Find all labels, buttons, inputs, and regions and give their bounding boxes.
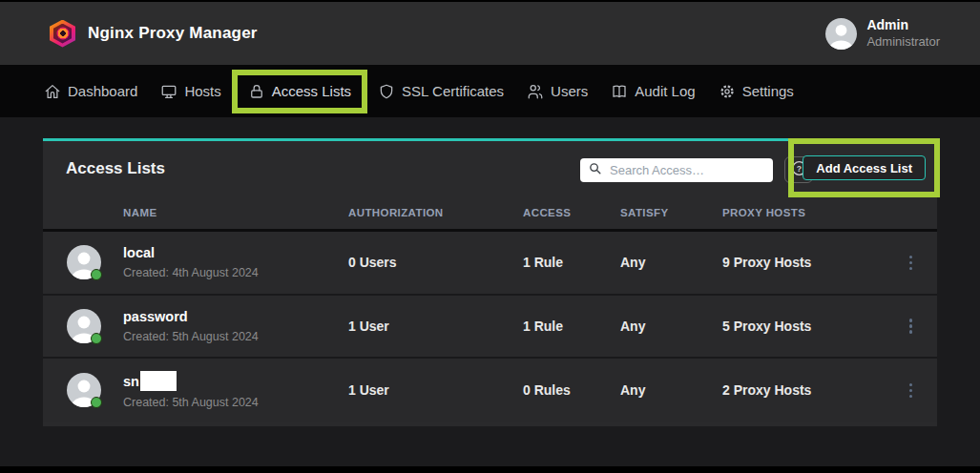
row-name: sn — [123, 374, 139, 389]
row-proxy-hosts: 9 Proxy Hosts — [722, 255, 885, 270]
row-authorization: 1 User — [348, 382, 523, 398]
table-body: local Created: 4th August 2024 0 Users 1… — [43, 232, 937, 422]
table-row: local Created: 4th August 2024 0 Users 1… — [43, 232, 937, 296]
user-role: Administrator — [866, 34, 940, 50]
row-proxy-hosts: 2 Proxy Hosts — [722, 382, 885, 398]
nginx-proxy-manager-app: Nginx Proxy Manager Admin Administrator … — [0, 0, 980, 473]
row-avatar-cell — [43, 309, 123, 343]
row-access: 1 Rule — [523, 319, 620, 334]
online-status-dot — [91, 397, 102, 408]
avatar — [67, 373, 101, 407]
avatar — [67, 245, 101, 279]
row-menu-kebab-icon[interactable] — [906, 315, 917, 338]
row-satisfy: Any — [620, 319, 722, 334]
panel-header: Access Lists ? Add Access List — [43, 141, 937, 195]
users-icon — [527, 83, 544, 100]
shield-icon — [378, 83, 395, 100]
row-menu-kebab-icon[interactable] — [906, 252, 917, 275]
row-proxy-hosts: 5 Proxy Hosts — [722, 319, 885, 334]
app-title: Nginx Proxy Manager — [88, 24, 258, 43]
nav-item-dashboard[interactable]: Dashboard — [44, 83, 137, 100]
lock-icon — [248, 83, 265, 100]
nav-item-access-lists[interactable]: Access Lists — [248, 83, 351, 100]
row-name: local — [123, 245, 155, 260]
table-row: sn Created: 5th August 2024 1 User 0 Rul… — [43, 359, 937, 422]
row-authorization: 0 Users — [348, 255, 523, 270]
search-input[interactable] — [610, 163, 765, 177]
user-name: Admin — [866, 17, 940, 34]
annotation-highlight-access-lists: Access Lists — [232, 70, 367, 113]
row-actions-cell — [885, 380, 937, 402]
col-header-satisfy: SATISFY — [620, 207, 722, 218]
main-nav: Dashboard Hosts Access Lists SSL Certifi… — [0, 65, 980, 117]
row-actions-cell — [885, 252, 937, 275]
col-header-name: NAME — [123, 207, 348, 218]
nav-item-hosts[interactable]: Hosts — [160, 83, 220, 100]
row-authorization: 1 User — [348, 319, 523, 334]
bottom-black-strip — [0, 466, 980, 473]
user-menu[interactable]: Admin Administrator — [825, 17, 940, 50]
table-header: NAME AUTHORIZATION ACCESS SATISFY PROXY … — [43, 195, 937, 232]
row-created: Created: 5th August 2024 — [123, 396, 348, 409]
panel-title: Access Lists — [66, 159, 165, 178]
row-access: 1 Rule — [523, 255, 620, 270]
monitor-icon — [160, 83, 177, 100]
avatar — [67, 309, 101, 343]
app-logo-icon — [50, 20, 75, 48]
nav-item-audit-log[interactable]: Audit Log — [611, 83, 695, 100]
row-menu-kebab-icon[interactable] — [906, 380, 917, 402]
row-satisfy: Any — [620, 382, 722, 398]
row-avatar-cell — [43, 245, 123, 279]
row-access: 0 Rules — [523, 382, 620, 398]
add-access-list-button[interactable]: Add Access List — [803, 155, 926, 180]
row-name-cell: sn Created: 5th August 2024 — [123, 371, 348, 409]
user-avatar — [825, 18, 857, 50]
col-header-authorization: AUTHORIZATION — [348, 207, 523, 218]
nav-item-ssl-certificates[interactable]: SSL Certificates — [378, 83, 504, 100]
home-icon — [44, 83, 61, 100]
book-icon — [611, 83, 628, 100]
nav-item-settings[interactable]: Settings — [719, 83, 794, 100]
table-row: password Created: 5th August 2024 1 User… — [43, 296, 937, 360]
search-box — [580, 158, 773, 182]
row-name-cell: local Created: 4th August 2024 — [123, 245, 348, 279]
online-status-dot — [91, 333, 102, 344]
redaction-box — [140, 371, 177, 391]
row-actions-cell — [885, 315, 937, 338]
row-satisfy: Any — [620, 255, 722, 270]
row-created: Created: 4th August 2024 — [123, 266, 348, 279]
row-name: password — [123, 309, 188, 324]
col-header-access: ACCESS — [523, 207, 620, 218]
col-header-proxy-hosts: PROXY HOSTS — [722, 207, 885, 218]
search-icon — [588, 161, 602, 179]
top-bar: Nginx Proxy Manager Admin Administrator — [0, 0, 980, 65]
row-created: Created: 5th August 2024 — [123, 330, 348, 343]
online-status-dot — [91, 269, 102, 280]
access-lists-panel: Access Lists ? Add Access List NAME AUTH… — [43, 138, 937, 426]
nav-item-users[interactable]: Users — [527, 83, 588, 100]
row-name-cell: password Created: 5th August 2024 — [123, 309, 348, 343]
gear-icon — [719, 83, 736, 100]
annotation-highlight-add-button: Add Access List — [788, 138, 940, 197]
row-avatar-cell — [43, 373, 123, 407]
